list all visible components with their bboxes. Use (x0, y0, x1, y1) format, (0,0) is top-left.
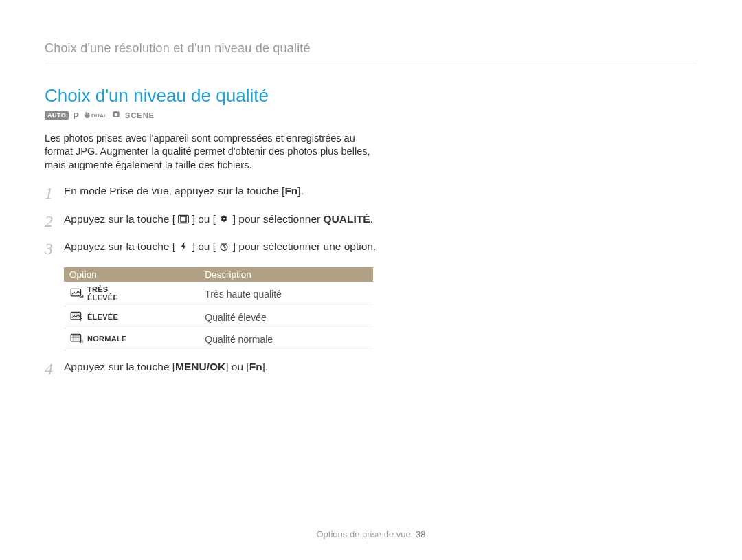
option-label: NORMALE (87, 335, 127, 344)
key-fn: Fn (284, 185, 297, 197)
option-description: Qualité élevée (199, 306, 373, 328)
step-number: 3 (45, 240, 64, 258)
qualite-label: QUALITÉ (324, 213, 370, 225)
mode-dual-icon: DUAL (83, 111, 107, 120)
table-row: SF TRÈSÉLEVÉE Très haute qualité (64, 282, 373, 306)
mode-p-icon: P (73, 111, 79, 121)
section-title: Choix d'un niveau de qualité (45, 85, 697, 107)
step-number: 2 (45, 212, 64, 230)
step-3: 3 Appuyez sur la touche [ ] ou [ ] pour … (45, 240, 385, 258)
option-label: TRÈSÉLEVÉE (87, 286, 118, 302)
table-row: F ÉLEVÉE Qualité élevée (64, 306, 373, 328)
svg-text:N: N (80, 340, 83, 344)
step-text: . (370, 213, 373, 225)
option-description: Très haute qualité (199, 282, 373, 306)
svg-text:F: F (80, 318, 83, 322)
option-description: Qualité normale (199, 328, 373, 350)
col-option: Option (64, 267, 199, 282)
svg-rect-1 (181, 216, 186, 222)
self-timer-icon (218, 241, 229, 251)
step-text: En mode Prise de vue, appuyez sur la tou… (64, 185, 284, 197)
page-number: 38 (416, 529, 425, 539)
mode-photo-movie-icon (111, 110, 121, 122)
page-footer: Options de prise de vue 38 (0, 529, 742, 539)
step-text: Appuyez sur la touche [ (64, 361, 175, 372)
quality-normal-icon: N (69, 333, 85, 346)
step-text: Appuyez sur la touche [ (64, 240, 175, 252)
manual-page: Choix d'une résolution et d'un niveau de… (0, 0, 742, 560)
step-number: 1 (45, 184, 64, 202)
quality-superfine-icon: SF (69, 287, 85, 300)
display-icon (178, 214, 189, 223)
key-fn: Fn (249, 361, 262, 372)
mode-scene-icon: SCENE (125, 111, 155, 120)
macro-flower-icon (218, 214, 229, 223)
step-text: ] ou [ (192, 213, 216, 225)
table-row: N NORMALE Qualité normale (64, 328, 373, 350)
running-head: Choix d'une résolution et d'un niveau de… (45, 41, 697, 63)
step-4: 4 Appuyez sur la touche [MENU/OK] ou [Fn… (45, 360, 385, 378)
step-text: ]. (297, 185, 304, 197)
flash-icon (178, 241, 189, 251)
step-number: 4 (45, 360, 64, 378)
quality-fine-icon: F (69, 311, 85, 324)
header-rule (45, 63, 697, 63)
step-text: ] pour sélectionner (233, 213, 324, 225)
intro-paragraph: Les photos prises avec l'appareil sont c… (45, 132, 385, 172)
col-description: Description (199, 267, 373, 282)
svg-point-2 (223, 218, 225, 219)
step-text: ] ou [ (192, 240, 216, 252)
steps-list: 1 En mode Prise de vue, appuyez sur la t… (45, 184, 385, 379)
option-label: ÉLEVÉE (87, 313, 118, 322)
step-text: ] ou [ (225, 361, 249, 372)
hand-icon (83, 111, 91, 120)
step-2: 2 Appuyez sur la touche [ ] ou [ ] pour … (45, 212, 385, 230)
quality-options-table: Option Description SF TRÈSÉLEVÉE (64, 267, 373, 350)
step-1: 1 En mode Prise de vue, appuyez sur la t… (45, 184, 385, 202)
svg-text:SF: SF (80, 295, 84, 299)
options-table-wrap: Option Description SF TRÈSÉLEVÉE (45, 267, 385, 350)
step-text: ]. (262, 361, 269, 372)
key-menu-ok: MENU/OK (175, 361, 225, 372)
step-text: ] pour sélectionner une option. (233, 240, 376, 252)
mode-auto-icon: AUTO (45, 111, 69, 120)
step-text: Appuyez sur la touche [ (64, 213, 175, 225)
footer-section: Options de prise de vue (316, 529, 410, 539)
mode-icons-row: AUTO P DUAL SCENE (45, 109, 697, 122)
